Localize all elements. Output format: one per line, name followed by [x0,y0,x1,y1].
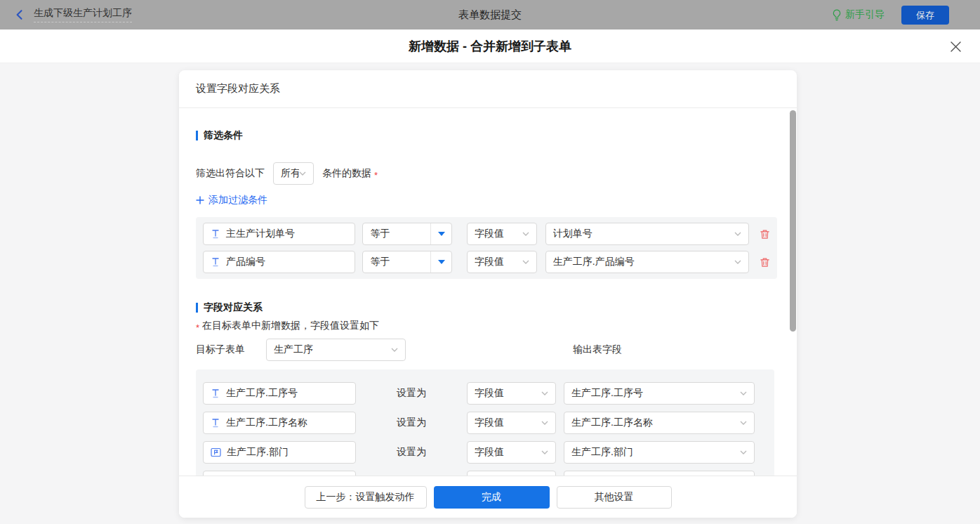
filter-value-select[interactable]: 生产工序.产品编号 [545,251,749,273]
mapping-row: 生产工序.部门 设置为 字段值 生产工序.部门 [203,441,767,464]
filter-value-select[interactable]: 计划单号 [545,223,749,245]
chevron-down-icon [734,232,741,236]
set-as-label: 设置为 [397,446,428,459]
target-subform-select[interactable]: 生产工序 [266,339,406,361]
section-accent-bar [196,303,198,313]
top-bar: 生成下级生产计划工序 表单数据提交 新手引导 保存 [0,0,980,30]
value-type-select[interactable]: 字段值 [467,441,556,464]
mapping-description-label: 在目标表单中新增数据，字段值设置如下 [202,320,379,332]
close-icon[interactable] [950,41,962,53]
operator-caret-button[interactable] [430,251,451,273]
previous-step-button[interactable]: 上一步：设置触发动作 [305,486,427,509]
filter-prefix-label: 筛选出符合以下 [196,167,265,180]
text-field-icon [211,229,220,239]
mapping-row: 生产工序.负责工人 设置为 字段值 生产工序.负责工人 [203,471,767,476]
mapping-row: 生产工序.工序号 设置为 字段值 生产工序.工序号 [203,382,767,405]
back-chevron-icon [13,8,26,21]
mapping-value-select[interactable]: 生产工序.负责工人 [564,471,755,476]
match-mode-select[interactable]: 所有 [273,162,314,185]
value-type-select[interactable]: 字段值 [467,223,537,245]
chevron-down-icon [740,391,747,395]
value-type-select[interactable]: 字段值 [467,251,537,273]
target-subform-line: 目标子表单 生产工序 输出表字段 [196,339,780,361]
filter-condition-line: 筛选出符合以下 所有 条件的数据 * [196,162,780,185]
filter-row: 主生产计划单号 等于 字段值 计划单号 [203,223,770,245]
delete-row-button[interactable] [760,257,770,268]
beginner-guide-link[interactable]: 新手引导 [832,8,885,21]
filter-field-label: 产品编号 [226,256,265,268]
add-filter-condition-label: 添加过滤条件 [208,194,267,207]
target-subform-label: 目标子表单 [196,343,245,356]
mapping-field-label: 生产工序.工序名称 [226,417,307,429]
mapping-value-select[interactable]: 生产工序.工序号 [564,382,755,405]
filter-row: 产品编号 等于 字段值 生产工序.产品编号 [203,251,770,273]
add-filter-condition-link[interactable]: 添加过滤条件 [196,194,267,207]
chevron-down-icon [522,260,529,264]
required-asterisk: * [374,170,378,181]
settings-card: 设置字段对应关系 筛选条件 筛选出符合以下 所有 条件的数据 * [179,70,797,518]
required-asterisk: * [196,322,199,333]
card-scroll-area: 筛选条件 筛选出符合以下 所有 条件的数据 * 添加过滤条件 [179,108,797,476]
trash-icon [760,229,770,240]
beginner-guide-label: 新手引导 [845,8,885,21]
triangle-down-icon [438,260,445,264]
section-accent-bar [196,131,198,140]
text-field-icon [211,257,220,267]
back-button[interactable] [13,8,27,22]
save-button[interactable]: 保存 [901,6,949,25]
filter-field-input[interactable]: 产品编号 [203,251,355,273]
chevron-down-icon [541,421,548,425]
lightbulb-icon [832,9,842,21]
mapping-value-select[interactable]: 生产工序.部门 [564,441,755,464]
chevron-down-icon [541,450,548,454]
mapping-field-input[interactable]: 生产工序.工序名称 [203,412,356,434]
card-header-title: 设置字段对应关系 [179,70,797,108]
filter-rows-panel: 主生产计划单号 等于 字段值 计划单号 [196,217,777,279]
value-type-select[interactable]: 字段值 [467,412,556,434]
modal-title: 新增数据 - 合并新增到子表单 [0,30,980,63]
operator-caret-button[interactable] [430,223,451,244]
operator-select[interactable]: 等于 [362,251,452,273]
mapping-rows-panel: 生产工序.工序号 设置为 字段值 生产工序.工序号 [196,369,774,476]
mapping-field-input[interactable]: 生产工序.负责工人 [203,471,356,476]
mapping-field-label: 生产工序.部门 [227,446,289,459]
value-type-select[interactable]: 字段值 [467,382,556,405]
filter-heading-label: 筛选条件 [204,129,243,142]
chevron-down-icon [391,348,398,352]
mapping-section-heading: 字段对应关系 [196,301,780,314]
filter-field-label: 主生产计划单号 [226,228,295,240]
text-field-icon [211,418,220,428]
finish-button[interactable]: 完成 [434,486,550,509]
delete-row-button[interactable] [760,229,770,240]
chevron-down-icon [740,450,747,454]
modal-header: 新增数据 - 合并新增到子表单 [0,30,980,63]
chevron-down-icon [740,421,747,425]
mapping-field-input[interactable]: 生产工序.工序号 [203,382,356,405]
filter-suffix-label: 条件的数据 [322,167,371,180]
set-as-label: 设置为 [397,417,428,429]
mapping-description-line: * 在目标表单中新增数据，字段值设置如下 [196,320,780,332]
filter-field-input[interactable]: 主生产计划单号 [203,223,355,245]
operator-select[interactable]: 等于 [362,223,452,245]
workflow-title[interactable]: 生成下级生产计划工序 [34,7,132,22]
modal-body: 设置字段对应关系 筛选条件 筛选出符合以下 所有 条件的数据 * [0,63,980,524]
chevron-down-icon [522,232,529,236]
chevron-down-icon [299,171,306,176]
chevron-down-icon [541,391,548,395]
other-settings-button[interactable]: 其他设置 [557,486,672,509]
trash-icon [760,257,770,268]
output-fields-label: 输出表字段 [573,343,622,356]
filter-section-heading: 筛选条件 [196,129,780,142]
set-as-label: 设置为 [397,387,428,400]
plus-icon [196,196,204,204]
mapping-field-input[interactable]: 生产工序.部门 [203,441,356,464]
modal-footer: 上一步：设置触发动作 完成 其他设置 [179,476,797,518]
mapping-heading-label: 字段对应关系 [204,301,263,314]
department-icon [211,447,221,457]
triangle-down-icon [438,232,445,236]
value-type-select[interactable]: 字段值 [467,471,556,476]
scrollbar-thumb[interactable] [790,110,796,332]
mapping-value-select[interactable]: 生产工序.工序名称 [564,412,755,434]
mapping-field-label: 生产工序.工序号 [226,387,298,400]
chevron-down-icon [734,260,741,264]
